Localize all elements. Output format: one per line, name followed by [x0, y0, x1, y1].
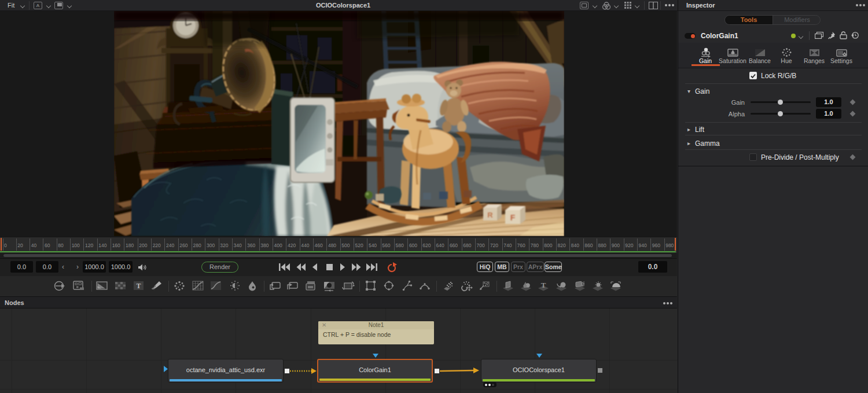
svg-text:T: T	[136, 282, 141, 290]
svg-text:T: T	[541, 281, 546, 289]
svg-text:R: R	[487, 211, 493, 219]
svg-text:F: F	[510, 213, 516, 222]
